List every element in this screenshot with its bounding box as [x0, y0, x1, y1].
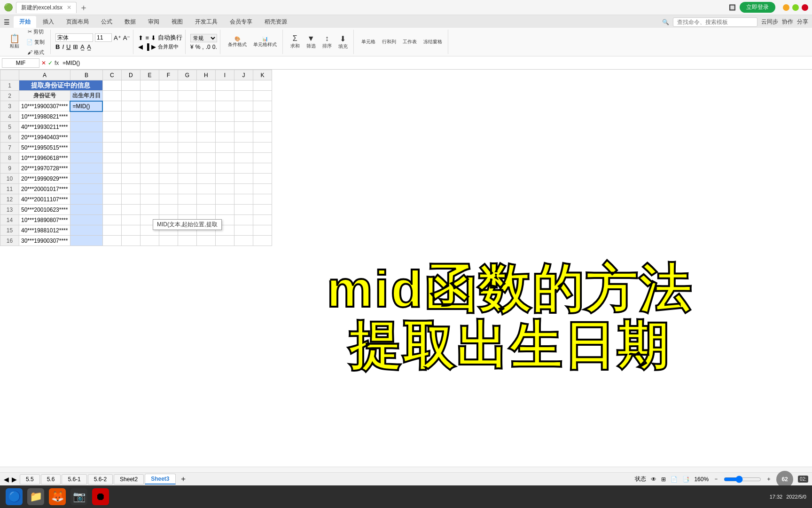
- cell-a14[interactable]: 10***19890807****: [19, 215, 70, 225]
- col-header-f[interactable]: F: [159, 70, 178, 80]
- cell-b12[interactable]: [70, 194, 102, 205]
- cell-e2[interactable]: [140, 91, 159, 101]
- col-header-c[interactable]: C: [102, 70, 121, 80]
- cell-a9[interactable]: 20***19970728****: [19, 163, 70, 174]
- share-btn[interactable]: 分享: [797, 18, 808, 26]
- cell-f13[interactable]: [159, 205, 178, 215]
- cell-j8[interactable]: [234, 153, 253, 163]
- tab-insert[interactable]: 插入: [37, 16, 60, 28]
- paste-btn[interactable]: 📋 粘贴: [7, 32, 23, 52]
- cell-j1[interactable]: [234, 80, 253, 91]
- col-header-h[interactable]: H: [196, 70, 215, 80]
- cell-g13[interactable]: [178, 205, 196, 215]
- cell-c4[interactable]: [102, 111, 121, 122]
- cell-a15[interactable]: 40***19881012****: [19, 225, 70, 236]
- collab-btn[interactable]: 协作: [782, 18, 793, 26]
- cell-k13[interactable]: [253, 205, 272, 215]
- add-sheet-btn[interactable]: ＋: [180, 474, 187, 484]
- tab-data[interactable]: 数据: [119, 16, 141, 28]
- cell-j6[interactable]: [234, 132, 253, 143]
- sheet-tab-55[interactable]: 5.5: [20, 474, 40, 484]
- cell-g6[interactable]: [178, 132, 196, 143]
- cell-k10[interactable]: [253, 174, 272, 184]
- format-paint-btn[interactable]: 🖌 格式: [23, 48, 47, 57]
- tab-view[interactable]: 视图: [166, 16, 188, 28]
- align-center-btn[interactable]: ▐: [145, 43, 149, 50]
- add-sheet-icon[interactable]: ◀: [4, 476, 9, 483]
- cell-h5[interactable]: [196, 122, 215, 132]
- font-size-input[interactable]: [95, 33, 112, 42]
- cell-e3[interactable]: [140, 101, 159, 111]
- cell-k7[interactable]: [253, 143, 272, 153]
- cell-j9[interactable]: [234, 163, 253, 174]
- cell-d11[interactable]: [121, 184, 140, 194]
- freeze-btn[interactable]: 冻结窗格: [421, 32, 445, 52]
- cell-b8[interactable]: [70, 153, 102, 163]
- cell-f1[interactable]: [159, 80, 178, 91]
- cell-c6[interactable]: [102, 132, 121, 143]
- cell-a12[interactable]: 40***20011107****: [19, 194, 70, 205]
- sum-btn[interactable]: Σ 求和: [288, 32, 303, 52]
- cell-i6[interactable]: [215, 132, 234, 143]
- cell-k15[interactable]: [253, 225, 272, 236]
- cell-a16[interactable]: 30***19900307****: [19, 236, 70, 246]
- cell-e4[interactable]: [140, 111, 159, 122]
- tab-resources[interactable]: 稻壳资源: [259, 16, 293, 28]
- cell-f16[interactable]: [159, 236, 178, 246]
- cell-h4[interactable]: [196, 111, 215, 122]
- cell-g7[interactable]: [178, 143, 196, 153]
- zoom-decrease-btn[interactable]: －: [713, 475, 719, 483]
- copy-btn[interactable]: 📄 复制: [23, 37, 47, 47]
- close-btn[interactable]: [802, 4, 808, 11]
- sheet-grid[interactable]: A B C D E F G H I J K: [0, 70, 812, 246]
- cell-g1[interactable]: [178, 80, 196, 91]
- cell-g12[interactable]: [178, 194, 196, 205]
- cell-j13[interactable]: [234, 205, 253, 215]
- filter-btn[interactable]: ▼ 筛选: [304, 32, 319, 52]
- cell-k4[interactable]: [253, 111, 272, 122]
- taskbar-icon-sougou[interactable]: 🔵: [6, 488, 23, 505]
- cell-i16[interactable]: [215, 236, 234, 246]
- cell-c15[interactable]: [102, 225, 121, 236]
- cell-e11[interactable]: [140, 184, 159, 194]
- cell-d13[interactable]: [121, 205, 140, 215]
- border-btn[interactable]: ⊞: [73, 43, 78, 50]
- cell-k16[interactable]: [253, 236, 272, 246]
- cell-style-btn[interactable]: 📊 单元格样式: [250, 32, 280, 52]
- insert-function-icon[interactable]: fx: [55, 60, 59, 66]
- cell-a3[interactable]: 10***19900307****: [19, 101, 70, 111]
- col-header-d[interactable]: D: [121, 70, 140, 80]
- cell-c9[interactable]: [102, 163, 121, 174]
- cell-k14[interactable]: [253, 215, 272, 225]
- taskbar-icon-files[interactable]: 📁: [27, 488, 44, 505]
- cell-h3[interactable]: [196, 101, 215, 111]
- cell-c11[interactable]: [102, 184, 121, 194]
- cell-b3[interactable]: =MID(): [70, 101, 102, 111]
- cell-b14[interactable]: [70, 215, 102, 225]
- cell-e16[interactable]: [140, 236, 159, 246]
- cell-b5[interactable]: [70, 122, 102, 132]
- cell-b11[interactable]: [70, 184, 102, 194]
- cell-i5[interactable]: [215, 122, 234, 132]
- cell-i7[interactable]: [215, 143, 234, 153]
- cell-f2[interactable]: [159, 91, 178, 101]
- cell-h7[interactable]: [196, 143, 215, 153]
- auto-wrap-btn[interactable]: 自动换行: [158, 33, 182, 42]
- cell-f11[interactable]: [159, 184, 178, 194]
- cell-k3[interactable]: [253, 101, 272, 111]
- italic-btn[interactable]: I: [62, 43, 64, 50]
- cell-b4[interactable]: [70, 111, 102, 122]
- conditional-format-btn[interactable]: 🎨 条件格式: [225, 32, 250, 52]
- cell-h9[interactable]: [196, 163, 215, 174]
- tab-page-layout[interactable]: 页面布局: [61, 16, 94, 28]
- percent-btn[interactable]: %: [195, 44, 201, 50]
- cell-i1[interactable]: [215, 80, 234, 91]
- cell-i9[interactable]: [215, 163, 234, 174]
- col-header-a[interactable]: A: [19, 70, 70, 80]
- cell-e10[interactable]: [140, 174, 159, 184]
- tab-formula[interactable]: 公式: [95, 16, 118, 28]
- cell-b13[interactable]: [70, 205, 102, 215]
- cell-d2[interactable]: [121, 91, 140, 101]
- cell-g2[interactable]: [178, 91, 196, 101]
- tab-close-icon[interactable]: ✕: [67, 4, 71, 11]
